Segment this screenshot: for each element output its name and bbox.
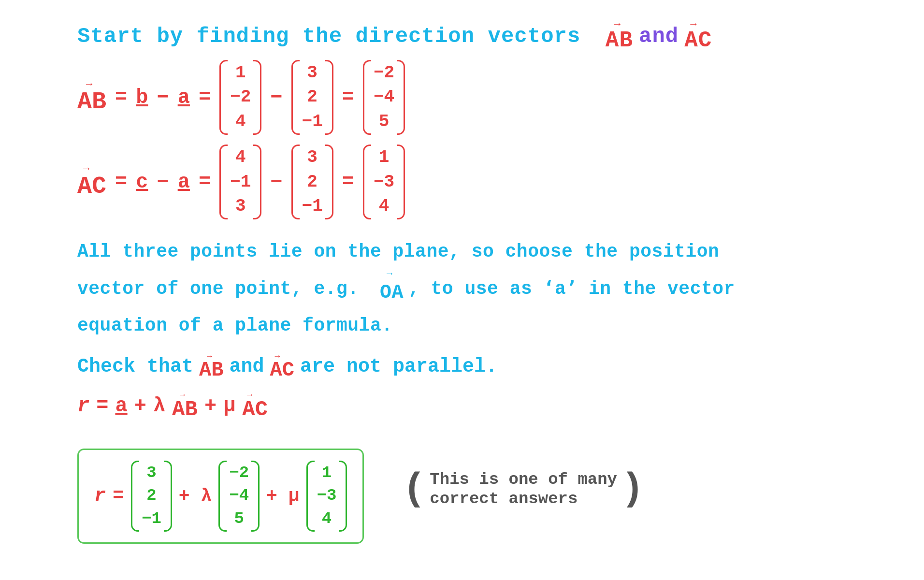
plus-lambda-boxed: + λ: [179, 486, 212, 507]
AC-vector-check: → AC: [270, 352, 294, 382]
plus2: +: [204, 394, 217, 418]
c-underline: c: [136, 171, 148, 194]
matrix-AB-boxed: −2 −4 5: [218, 461, 260, 532]
check-text2: are not parallel.: [300, 356, 497, 377]
intro-line: Start by finding the direction vectors →…: [77, 19, 847, 53]
text-line2: vector of one point, e.g. → OA , to use …: [77, 269, 847, 309]
AC-formula: → AC: [242, 391, 268, 421]
note-line2: correct answers: [430, 490, 617, 508]
text-line3: equation of a plane formula.: [77, 311, 847, 341]
formula-line: r = a + λ → AB + μ → AC: [77, 391, 847, 421]
intro-text: Start by finding the direction vectors: [77, 24, 580, 48]
AB-vector-label: → AB: [77, 79, 106, 116]
minus4: −: [270, 171, 282, 194]
eq2: =: [199, 86, 211, 109]
matrix-AC-boxed: 1 −3 4: [306, 461, 347, 532]
lambda-sym: λ: [153, 394, 165, 418]
AB-equation-row: → AB = b − a = 1 −2 4 − 3 2 −1 = −2 −4 5: [77, 60, 847, 135]
note-parentheses: ( This is one of many correct answers ): [403, 470, 644, 508]
formula-eq: =: [96, 394, 108, 418]
matrix-AB-result: −2 −4 5: [363, 60, 405, 135]
AC-vector-label: → AC: [77, 164, 106, 200]
a-underline1: a: [178, 86, 190, 109]
check-and: and: [229, 356, 264, 377]
minus2: −: [270, 86, 282, 109]
check-line: Check that → AB and → AC are not paralle…: [77, 352, 847, 382]
explanation-text: All three points lie on the plane, so ch…: [77, 237, 847, 341]
matrix-AC-result: 1 −3 4: [363, 145, 405, 219]
matrix-a1: 3 2 −1: [291, 60, 333, 135]
eq6: =: [342, 171, 354, 194]
minus3: −: [157, 171, 169, 194]
OA-vector-inline: → OA: [380, 269, 404, 309]
eq1: =: [115, 86, 127, 109]
boxed-answer-row: r = 3 2 −1 + λ −2 −4 5 + μ 1: [77, 435, 847, 544]
r-symbol: r: [77, 394, 89, 418]
minus1: −: [157, 86, 169, 109]
boxed-answer: r = 3 2 −1 + λ −2 −4 5 + μ 1: [77, 449, 364, 544]
mu-sym: μ: [223, 394, 235, 418]
vec-AC-label-intro: → AC: [684, 19, 712, 53]
matrix-c: 4 −1 3: [219, 145, 261, 219]
and-text: and: [639, 24, 679, 48]
matrix-a2: 3 2 −1: [291, 145, 333, 219]
eq-boxed: =: [113, 485, 124, 507]
check-text1: Check that: [77, 356, 193, 377]
matrix-a-boxed: 3 2 −1: [131, 461, 172, 532]
note-text-block: This is one of many correct answers: [430, 470, 617, 508]
b-underline: b: [136, 86, 148, 109]
text-line1: All three points lie on the plane, so ch…: [77, 237, 847, 267]
eq4: =: [115, 171, 127, 194]
eq5: =: [199, 171, 211, 194]
matrix-b: 1 −2 4: [219, 60, 261, 135]
a-underline2: a: [178, 171, 190, 194]
vec-AB-label-intro: → AB: [606, 19, 633, 53]
plus1: +: [134, 394, 146, 418]
paren-left: (: [403, 470, 426, 508]
a-underline-formula: a: [115, 394, 127, 418]
AC-equation-row: → AC = c − a = 4 −1 3 − 3 2 −1 = 1 −3 4: [77, 145, 847, 219]
eq3: =: [342, 86, 354, 109]
r-boxed: r: [94, 485, 106, 507]
note-line1: This is one of many: [430, 470, 617, 489]
plus-mu-boxed: + μ: [266, 486, 299, 507]
AB-formula: → AB: [172, 391, 198, 421]
paren-right: ): [621, 470, 644, 508]
AB-vector-check: → AB: [199, 352, 223, 382]
main-page: Start by finding the direction vectors →…: [0, 0, 924, 580]
formula-inner: r = 3 2 −1 + λ −2 −4 5 + μ 1: [94, 461, 347, 532]
